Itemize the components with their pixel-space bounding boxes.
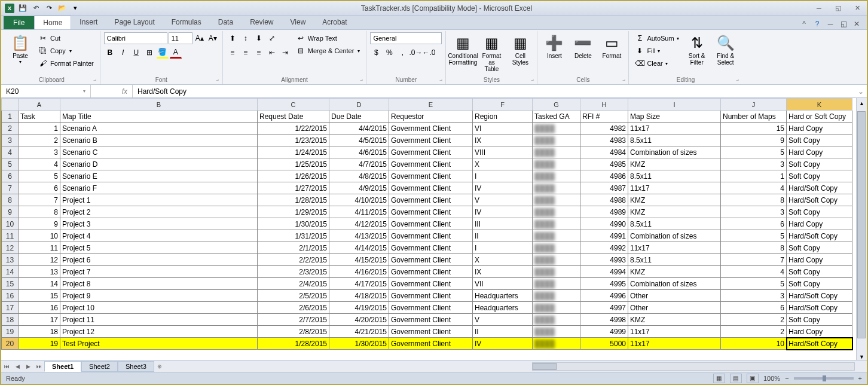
cell[interactable]: Hard Copy xyxy=(787,326,852,338)
cell[interactable]: ████ xyxy=(533,218,580,230)
fill-color-button[interactable]: 🪣 xyxy=(157,47,169,59)
cell[interactable]: Government Client xyxy=(389,230,473,242)
row-header-10[interactable]: 10 xyxy=(2,218,19,230)
cell[interactable]: 4984 xyxy=(580,146,628,158)
cell[interactable]: 7 xyxy=(19,194,60,206)
cell[interactable]: 4/10/2015 xyxy=(329,194,389,206)
vertical-scroll-thumb[interactable] xyxy=(857,111,866,338)
cell[interactable]: 4/21/2015 xyxy=(329,326,389,338)
cell[interactable]: 15 xyxy=(19,290,60,302)
sheet-prev-icon[interactable]: ◀ xyxy=(12,361,23,372)
tab-data[interactable]: Data xyxy=(210,16,242,29)
cell[interactable]: 8.5x11 xyxy=(628,218,721,230)
header-cell[interactable]: Hard or Soft Copy xyxy=(787,111,852,123)
help-icon[interactable]: ? xyxy=(812,19,823,29)
zoom-in-icon[interactable]: + xyxy=(858,375,862,382)
cell[interactable]: 3 xyxy=(721,290,787,302)
save-button[interactable]: 💾 xyxy=(17,2,29,14)
col-header-G[interactable]: G xyxy=(533,99,580,111)
cell[interactable]: ████ xyxy=(533,266,580,278)
cell[interactable]: 4986 xyxy=(580,170,628,182)
cell[interactable]: Government Client xyxy=(389,194,473,206)
row-header-14[interactable]: 14 xyxy=(2,266,19,278)
cell[interactable]: 18 xyxy=(19,326,60,338)
cell[interactable]: 11x17 xyxy=(628,182,721,194)
cell[interactable]: 4993 xyxy=(580,254,628,266)
cell[interactable]: 4987 xyxy=(580,182,628,194)
decrease-font-icon[interactable]: A▾ xyxy=(207,32,219,44)
cell[interactable]: Project 6 xyxy=(60,254,258,266)
align-top-icon[interactable]: ⬆ xyxy=(227,32,239,44)
name-box[interactable]: ▾ xyxy=(1,85,91,97)
cell[interactable]: I xyxy=(473,242,533,254)
cell[interactable]: 7 xyxy=(721,254,787,266)
cell[interactable]: 4 xyxy=(721,182,787,194)
excel-icon[interactable]: X xyxy=(4,2,16,14)
decrease-decimal-icon[interactable]: ←.0 xyxy=(423,47,435,59)
cell[interactable]: 11x17 xyxy=(628,123,721,135)
cell[interactable]: 2/8/2015 xyxy=(258,326,329,338)
merge-center-button[interactable]: ⊟Merge & Center▾ xyxy=(294,45,363,57)
col-header-A[interactable]: A xyxy=(19,99,60,111)
cell[interactable]: KMZ xyxy=(628,206,721,218)
cell[interactable]: 4991 xyxy=(580,230,628,242)
cell[interactable]: 4/13/2015 xyxy=(329,230,389,242)
cell[interactable]: 8 xyxy=(19,206,60,218)
cell[interactable]: IX xyxy=(473,135,533,146)
cell[interactable]: Project 1 xyxy=(60,194,258,206)
cell[interactable]: 4989 xyxy=(580,206,628,218)
row-header-8[interactable]: 8 xyxy=(2,194,19,206)
cell[interactable]: 11 xyxy=(19,242,60,254)
col-header-F[interactable]: F xyxy=(473,99,533,111)
cell[interactable]: ████ xyxy=(533,182,580,194)
cell[interactable]: 8.5x11 xyxy=(628,135,721,146)
undo-button[interactable]: ↶ xyxy=(30,2,42,14)
cell[interactable]: 6 xyxy=(19,182,60,194)
align-middle-icon[interactable]: ↕ xyxy=(240,32,252,44)
cell[interactable]: ████ xyxy=(533,314,580,326)
cell[interactable]: Government Client xyxy=(389,266,473,278)
sort-filter-button[interactable]: ⇅Sort & Filter xyxy=(684,32,710,67)
cell[interactable]: 1/31/2015 xyxy=(258,230,329,242)
cell[interactable]: III xyxy=(473,218,533,230)
cell[interactable]: Government Client xyxy=(389,170,473,182)
cell[interactable]: 1/28/2015 xyxy=(258,338,329,350)
cell[interactable]: Hard Copy xyxy=(787,254,852,266)
cell[interactable]: 5000 xyxy=(580,338,628,350)
cell[interactable]: Project 4 xyxy=(60,230,258,242)
cell[interactable]: Hard/Soft Copy xyxy=(787,290,852,302)
formula-expand-icon[interactable]: ⌄ xyxy=(855,87,867,96)
col-header-K[interactable]: K xyxy=(787,99,852,111)
qat-dropdown[interactable]: ▾ xyxy=(69,2,81,14)
cell[interactable]: Hard/Soft Copy xyxy=(787,338,852,350)
find-select-button[interactable]: 🔍Find & Select xyxy=(713,32,739,67)
cell[interactable]: VII xyxy=(473,278,533,290)
horizontal-scrollbar[interactable] xyxy=(165,362,867,371)
cell[interactable]: VI xyxy=(473,123,533,135)
autosum-button[interactable]: ΣAutoSum▾ xyxy=(632,32,681,44)
cell[interactable]: 1/23/2015 xyxy=(258,135,329,146)
name-box-input[interactable] xyxy=(6,87,66,96)
cell[interactable]: ████ xyxy=(533,206,580,218)
cell[interactable]: 10 xyxy=(721,338,787,350)
col-header-H[interactable]: H xyxy=(580,99,628,111)
cell[interactable]: Hard/Soft Copy xyxy=(787,182,852,194)
row-header-19[interactable]: 19 xyxy=(2,326,19,338)
cell[interactable]: IV xyxy=(473,206,533,218)
cell[interactable]: X xyxy=(473,158,533,170)
cell[interactable]: KMZ xyxy=(628,266,721,278)
cell[interactable]: 4/19/2015 xyxy=(329,302,389,314)
row-header-1[interactable]: 1 xyxy=(2,111,19,123)
cell[interactable]: KMZ xyxy=(628,194,721,206)
cell[interactable]: Soft Copy xyxy=(787,278,852,290)
cell[interactable]: 13 xyxy=(19,266,60,278)
cell[interactable]: 11x17 xyxy=(628,242,721,254)
cell[interactable]: Government Client xyxy=(389,242,473,254)
tab-formulas[interactable]: Formulas xyxy=(163,16,210,29)
cell[interactable]: 2/1/2015 xyxy=(258,242,329,254)
workbook-close-icon[interactable]: ✕ xyxy=(851,19,862,29)
cell[interactable]: 2/3/2015 xyxy=(258,266,329,278)
header-cell[interactable]: Task xyxy=(19,111,60,123)
row-header-5[interactable]: 5 xyxy=(2,158,19,170)
cell[interactable]: V xyxy=(473,314,533,326)
